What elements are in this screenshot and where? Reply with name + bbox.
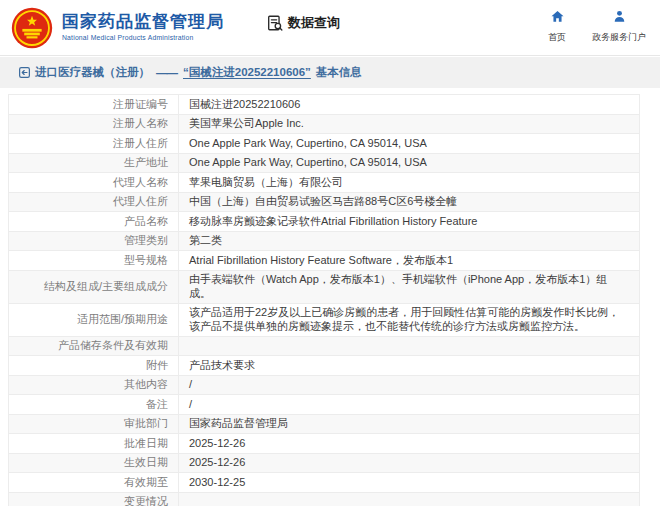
top-nav: 首页 政务服务门户 — [548, 9, 646, 44]
nav-home-label: 首页 — [548, 31, 566, 44]
data-query-label: 数据查询 — [288, 14, 340, 32]
table-row: 批准日期2025-12-26 — [9, 434, 640, 454]
data-query-menu[interactable]: 数据查询 — [266, 14, 340, 32]
document-search-icon — [266, 14, 284, 32]
row-label: 注册人住所 — [9, 134, 179, 154]
table-row: 产品名称移动脉率房颤迹象记录软件Atrial Fibrillation Hist… — [9, 212, 640, 232]
table-row: 附件产品技术要求 — [9, 356, 640, 376]
row-label: 结构及组成/主要组成成分 — [9, 270, 179, 303]
table-row: 备注/ — [9, 395, 640, 415]
site-subtitle: National Medical Products Administration — [62, 34, 224, 41]
registration-info-table: 注册证编号国械注进20252210606注册人名称美国苹果公司Apple Inc… — [8, 94, 640, 506]
row-value: 国家药品监督管理局 — [179, 414, 640, 434]
row-label: 产品储存条件及有效期 — [9, 336, 179, 356]
table-row: 产品储存条件及有效期 — [9, 336, 640, 356]
row-value: 苹果电脑贸易（上海）有限公司 — [179, 173, 640, 193]
table-row: 管理类别第二类 — [9, 231, 640, 251]
row-label: 附件 — [9, 356, 179, 376]
row-value: Atrial Fibrillation History Feature Soft… — [179, 251, 640, 271]
table-row: 适用范围/预期用途该产品适用于22岁及以上已确诊房颤的患者，用于回顾性估算可能的… — [9, 303, 640, 336]
row-label: 有效期至 — [9, 473, 179, 493]
breadcrumb-separator: —— — [156, 67, 177, 79]
nav-home[interactable]: 首页 — [548, 9, 566, 44]
row-value: 2025-12-26 — [179, 434, 640, 454]
site-title-block: 国家药品监督管理局 National Medical Products Admi… — [62, 13, 224, 41]
row-value: 产品技术要求 — [179, 356, 640, 376]
row-label: 备注 — [9, 395, 179, 415]
nav-gov-portal[interactable]: 政务服务门户 — [592, 9, 646, 44]
table-row: 生产地址One Apple Park Way, Cupertino, CA 95… — [9, 153, 640, 173]
header: 国家药品监督管理局 National Medical Products Admi… — [0, 0, 660, 56]
nav-gov-portal-label: 政务服务门户 — [592, 31, 646, 44]
table-row: 生效日期2025-12-26 — [9, 453, 640, 473]
row-value: / — [179, 375, 640, 395]
row-value: 国械注进20252210606 — [179, 95, 640, 115]
site-logo[interactable]: 国家药品监督管理局 National Medical Products Admi… — [10, 6, 224, 50]
row-label: 审批部门 — [9, 414, 179, 434]
row-value: One Apple Park Way, Cupertino, CA 95014,… — [179, 153, 640, 173]
site-title: 国家药品监督管理局 — [62, 13, 224, 32]
breadcrumb-registration-number[interactable]: “国械注进20252210606” — [183, 65, 311, 80]
row-value: 第二类 — [179, 231, 640, 251]
row-label: 生产地址 — [9, 153, 179, 173]
row-value: / — [179, 395, 640, 415]
table-row: 代理人住所中国（上海）自由贸易试验区马吉路88号C区6号楼全幢 — [9, 192, 640, 212]
user-icon — [612, 9, 627, 28]
row-value: 由手表端软件（Watch App，发布版本1）、手机端软件（iPhone App… — [179, 270, 640, 303]
row-label: 注册人名称 — [9, 114, 179, 134]
china-national-emblem-icon — [10, 6, 54, 50]
row-value: 该产品适用于22岁及以上已确诊房颤的患者，用于回顾性估算可能的房颤发作时长比例，… — [179, 303, 640, 336]
row-value — [179, 492, 640, 506]
breadcrumb-suffix: 基本信息 — [316, 65, 362, 80]
table-row: 有效期至2030-12-25 — [9, 473, 640, 493]
row-value: 移动脉率房颤迹象记录软件Atrial Fibrillation History … — [179, 212, 640, 232]
table-row: 结构及组成/主要组成成分由手表端软件（Watch App，发布版本1）、手机端软… — [9, 270, 640, 303]
table-row: 其他内容/ — [9, 375, 640, 395]
row-label: 变更情况 — [9, 492, 179, 506]
table-row: 变更情况 — [9, 492, 640, 506]
breadcrumb-section[interactable]: 进口医疗器械（注册） — [35, 65, 150, 80]
table-row: 注册证编号国械注进20252210606 — [9, 95, 640, 115]
back-icon[interactable] — [18, 66, 31, 79]
breadcrumb: 进口医疗器械（注册） —— “国械注进20252210606” 基本信息 — [0, 57, 660, 88]
table-row: 注册人名称美国苹果公司Apple Inc. — [9, 114, 640, 134]
table-row: 注册人住所One Apple Park Way, Cupertino, CA 9… — [9, 134, 640, 154]
row-label: 管理类别 — [9, 231, 179, 251]
row-label: 代理人住所 — [9, 192, 179, 212]
home-icon — [550, 9, 565, 28]
row-label: 批准日期 — [9, 434, 179, 454]
table-row: 代理人名称苹果电脑贸易（上海）有限公司 — [9, 173, 640, 193]
row-label: 其他内容 — [9, 375, 179, 395]
row-label: 产品名称 — [9, 212, 179, 232]
row-label: 型号规格 — [9, 251, 179, 271]
table-row: 审批部门国家药品监督管理局 — [9, 414, 640, 434]
table-row: 型号规格Atrial Fibrillation History Feature … — [9, 251, 640, 271]
row-label: 代理人名称 — [9, 173, 179, 193]
row-label: 注册证编号 — [9, 95, 179, 115]
row-value: One Apple Park Way, Cupertino, CA 95014,… — [179, 134, 640, 154]
info-table-body: 注册证编号国械注进20252210606注册人名称美国苹果公司Apple Inc… — [9, 95, 640, 506]
row-value: 2025-12-26 — [179, 453, 640, 473]
row-value: 中国（上海）自由贸易试验区马吉路88号C区6号楼全幢 — [179, 192, 640, 212]
row-value — [179, 336, 640, 356]
row-label: 生效日期 — [9, 453, 179, 473]
row-label: 适用范围/预期用途 — [9, 303, 179, 336]
row-value: 美国苹果公司Apple Inc. — [179, 114, 640, 134]
row-value: 2030-12-25 — [179, 473, 640, 493]
